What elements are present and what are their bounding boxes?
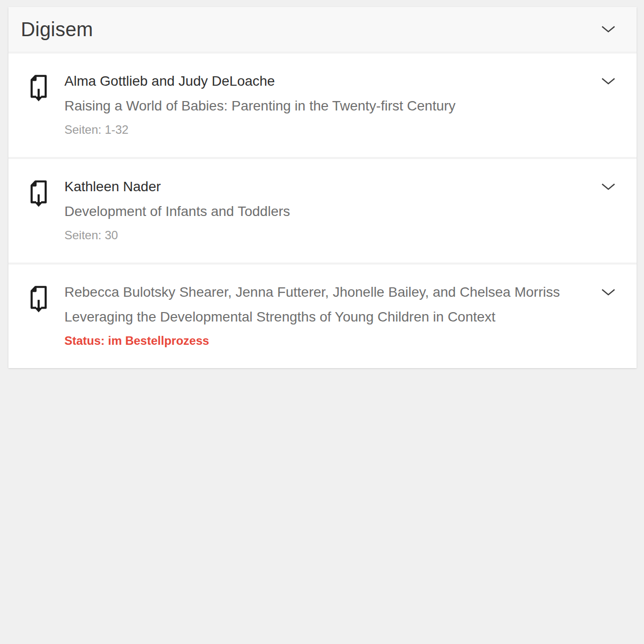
panel-header[interactable]: Digisem (8, 7, 637, 52)
row-content: Alma Gottlieb and Judy DeLoache Raising … (64, 72, 589, 137)
status-badge: Status: im Bestellprozess (64, 333, 589, 348)
row-chevron-column (601, 72, 616, 85)
document-row[interactable]: Rebecca Bulotsky Shearer, Jenna Futterer… (8, 263, 637, 368)
row-chevron-column (601, 283, 616, 296)
row-icon-column (27, 72, 64, 102)
document-download-icon (27, 73, 50, 102)
title-text: Development of Infants and Toddlers (64, 203, 589, 220)
authors-text: Alma Gottlieb and Judy DeLoache (64, 72, 589, 90)
document-row[interactable]: Kathleen Nader Development of Infants an… (8, 157, 637, 263)
digisem-panel: Digisem Alma Gottlieb and Judy DeLoache … (8, 7, 637, 368)
document-download-icon (27, 284, 50, 313)
pages-text: Seiten: 1-32 (64, 122, 589, 137)
pages-text: Seiten: 30 (64, 227, 589, 243)
title-text: Raising a World of Babies: Parenting in … (64, 97, 589, 115)
row-content: Kathleen Nader Development of Infants an… (64, 178, 589, 243)
chevron-down-icon[interactable] (601, 25, 616, 33)
document-download-icon (27, 179, 50, 208)
title-text: Leveraging the Developmental Strengths o… (64, 308, 589, 326)
chevron-down-icon[interactable] (601, 288, 616, 296)
chevron-down-icon[interactable] (601, 183, 616, 191)
panel-title: Digisem (21, 18, 601, 41)
row-chevron-column (601, 178, 616, 191)
document-row[interactable]: Alma Gottlieb and Judy DeLoache Raising … (8, 52, 637, 157)
row-icon-column (27, 178, 64, 208)
authors-text: Rebecca Bulotsky Shearer, Jenna Futterer… (64, 283, 589, 301)
chevron-down-icon[interactable] (601, 77, 616, 85)
authors-text: Kathleen Nader (64, 178, 589, 196)
row-icon-column (27, 283, 64, 313)
row-content: Rebecca Bulotsky Shearer, Jenna Futterer… (64, 283, 589, 348)
